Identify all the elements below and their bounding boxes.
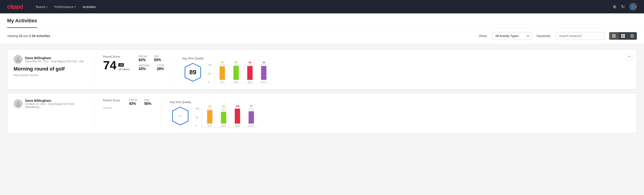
mini-stat-row-1: FW Hit 62% GIR 50% [138,55,164,62]
logo: clippd [7,3,23,10]
nav-right-actions: ⊕ ↻ 👤 ▾ [613,3,637,10]
bar-group: 82APP [218,105,230,128]
user-icon: 👤 [630,4,635,9]
up-down-stat: Up/Down 43% [138,64,150,71]
keywords-label: Keywords: [537,34,551,38]
chevron-down-icon: ▾ [74,6,76,8]
up-down-value: 43% [138,67,150,71]
fw-hit-stat: FW Hit 62% [138,55,147,62]
show-label: Show: [479,34,488,38]
round-score-block: Round Score 74 +4 18 Holes [103,55,130,72]
user-date: December 05, 2021 · Gog Magog Golf Club … [25,60,84,63]
svg-rect-8 [630,35,634,36]
one-putt-value: 28% [157,67,164,71]
bar-fill [261,66,266,80]
list-view-button[interactable] [610,32,618,40]
gir-stat: GIR 56% [144,98,152,106]
score-badge: +4 [118,63,124,67]
fw-hit-label: FW Hit [129,98,137,102]
hexagon-value: – [179,113,182,119]
round-score-block: Round Score — [103,98,120,112]
compact-view-button[interactable] [628,32,637,40]
bar-x-label: OTT [220,81,224,84]
activity-card: ✏ Dave Billingham December 05, 2021 · Go… [7,49,637,90]
avatar [14,55,22,64]
nav-activities-label: Activities [83,5,96,9]
divider [94,55,94,84]
one-putt-label: 1 Putt [157,64,164,67]
bar-value-label: 89 [262,61,265,64]
divider [173,55,173,84]
add-icon[interactable]: ⊕ [613,4,616,9]
activity-title: Morning round of golf [14,66,85,72]
chevron-down-icon: ▾ [46,6,47,8]
svg-rect-2 [612,37,616,38]
bar-value-label: 85 [221,61,224,64]
divider [94,98,94,128]
card-quality: Avg Shot Quality 89 100 50 [182,55,272,84]
page-title: My Activities [7,14,37,28]
nav-activities[interactable]: Activities [83,5,96,9]
y-label-100: 100 [208,64,213,66]
avatar [14,99,22,108]
viewing-total: 29 [32,34,36,38]
bar-x-label: ARG [248,81,252,84]
user-date: October 16, 2021 · Gog Magog Golf Club -… [25,102,85,109]
fw-hit-value: 62% [138,58,147,62]
bar-group: 89PUTT [258,61,270,84]
bar-value-label: 89 [248,61,251,64]
avatar[interactable]: 👤 ▾ [629,3,637,10]
user-row: Dave Billingham December 05, 2021 · Gog … [14,55,85,64]
bar-value-label: 90 [235,61,238,64]
avatar-chevron: ▾ [635,6,636,8]
viewing-count-text: Viewing 12 out of 29 Activities [7,34,474,38]
navigation: clippd Teams ▾ Performance ▾ Activities … [0,0,644,14]
card-stats: Round Score 74 +4 18 Holes FW Hit 62% [103,55,164,72]
page-header: My Activities [0,14,644,28]
quality-section: Avg Shot Quality 89 100 50 [182,55,272,84]
gir-value: 50% [154,58,161,62]
bar-wrapper [220,64,225,80]
bar-value-label: 94 [208,105,211,108]
bar-fill [247,66,252,80]
data-source: Data Source: Arccos [14,74,85,77]
quality-label: Avg Shot Quality [170,100,191,104]
gir-stat: GIR 50% [154,55,161,62]
svg-rect-0 [612,34,616,35]
card-left: Dave Billingham December 05, 2021 · Gog … [14,55,85,77]
fw-hit-label: FW Hit [138,55,147,58]
y-label-50: 50 [208,72,213,75]
score-container: 74 +4 18 Holes [103,59,130,72]
bar-wrapper [248,108,254,124]
hexagon: – [170,106,190,126]
nav-performance-label: Performance [54,5,74,9]
activity-type-select[interactable]: All Activity Types [492,32,532,40]
round-score-label: Round Score [103,55,130,58]
svg-rect-3 [621,34,623,36]
bar-wrapper [235,108,240,124]
refresh-icon[interactable]: ↻ [621,4,625,9]
bar-fill [248,111,254,124]
quality-section: Avg Shot Quality – 100 50 0 [170,98,259,128]
bar-x-label: PUTT [261,81,267,84]
svg-point-15 [16,104,20,106]
bar-group: 89ARG [244,61,256,84]
edit-button[interactable]: ✏ [626,53,633,60]
bar-x-label: ARG [235,125,240,128]
keyword-search-input[interactable] [556,32,605,40]
bar-x-label: APP [221,125,226,128]
main-content: ✏ Dave Billingham December 05, 2021 · Go… [0,44,644,138]
grid-view-button[interactable] [618,32,628,40]
bar-wrapper [207,108,212,124]
user-info: Dave Billingham December 05, 2021 · Gog … [25,56,84,63]
card-stats: Round Score — FW Hit 43% GIR 56% [103,98,152,112]
nav-teams[interactable]: Teams ▾ [36,5,47,9]
gir-value: 56% [144,102,152,106]
user-row: Dave Billingham October 16, 2021 · Gog M… [14,98,85,109]
one-putt-stat: 1 Putt 28% [157,64,164,71]
bar-group: 87PUTT [245,105,257,128]
card-left: Dave Billingham October 16, 2021 · Gog M… [14,98,85,111]
svg-rect-5 [621,36,623,38]
bar-group: 94OTT [204,105,216,128]
nav-performance[interactable]: Performance ▾ [54,5,76,9]
